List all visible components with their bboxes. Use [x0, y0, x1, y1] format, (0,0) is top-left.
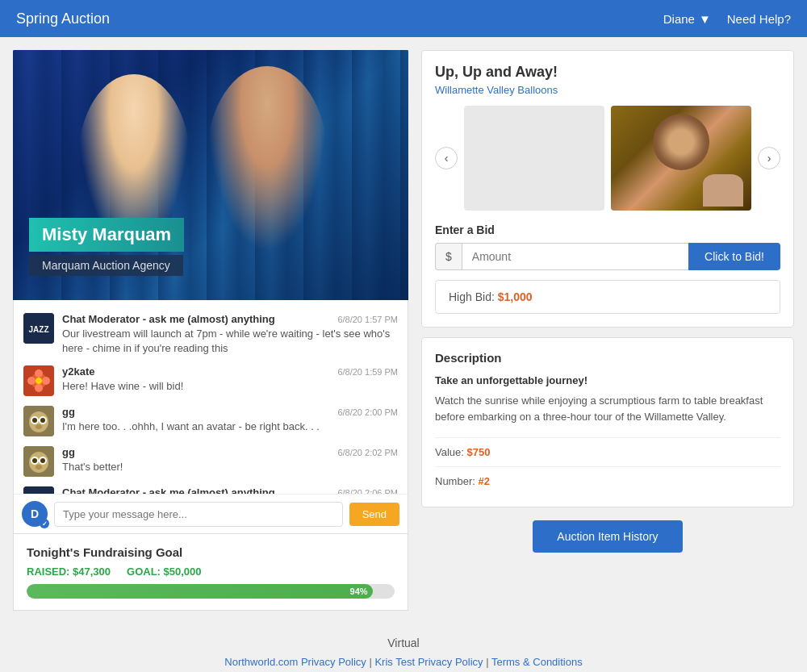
description-tagline: Take an unforgettable journey! [435, 374, 780, 386]
item-title: Up, Up and Away! [435, 64, 780, 81]
description-text: Watch the sunrise while enjoying a scrum… [435, 393, 780, 424]
high-bid-amount: $1,000 [498, 290, 533, 303]
chat-header-row-1: Chat Moderator - ask me (almost) anythin… [62, 313, 398, 325]
chat-message-3: gg 6/8/20 2:00 PM I'm here too. . .ohhh,… [14, 401, 408, 441]
current-user-avatar: D ✓ [22, 501, 48, 527]
item-subtitle[interactable]: Willamette Valley Balloons [435, 84, 780, 96]
carousel-next-button[interactable]: › [758, 147, 780, 169]
bid-amount-input[interactable] [462, 243, 688, 270]
current-user-initial: D [31, 507, 39, 520]
value-label: Value: [435, 446, 464, 458]
number-meta: Number: #2 [435, 475, 780, 487]
progress-percent: 94% [350, 586, 368, 596]
svg-point-14 [40, 418, 45, 423]
chat-text-1: Our livestream will launch at 7pm - whil… [62, 327, 398, 356]
bid-label: Enter a Bid [435, 223, 780, 236]
chat-messages: JAZZ Chat Moderator - ask me (almost) an… [14, 300, 408, 494]
chat-message-2: y2kate 6/8/20 1:59 PM Here! Have wine - … [14, 361, 408, 401]
host-agency: Marquam Auction Agency [29, 255, 183, 276]
avatar-y2kate [23, 365, 54, 396]
privacy-link[interactable]: Northworld.com Privacy Policy [224, 656, 366, 668]
chat-message-1: JAZZ Chat Moderator - ask me (almost) an… [14, 308, 408, 361]
footer-separator-2: | [486, 656, 491, 668]
auction-history-button[interactable]: Auction Item History [533, 520, 682, 553]
carousel-prev-button[interactable]: ‹ [435, 147, 458, 169]
chat-body-3: gg 6/8/20 2:00 PM I'm here too. . .ohhh,… [62, 406, 398, 434]
description-card: Description Take an unforgettable journe… [421, 337, 794, 507]
help-link[interactable]: Need Help? [727, 12, 791, 26]
chat-header-row-5: Chat Moderator - ask me (almost) anythin… [62, 486, 398, 494]
chat-time-4: 6/8/20 2:02 PM [337, 448, 398, 457]
terms-link[interactable]: Terms & Conditions [491, 656, 583, 668]
header: Spring Auction Diane ▼ Need Help? [0, 0, 807, 37]
number-value: #2 [478, 475, 489, 487]
avatar-gg-2 [23, 446, 54, 477]
coffee-hand [703, 174, 743, 207]
chat-body-4: gg 6/8/20 2:02 PM That's better! [62, 446, 398, 474]
chat-time-2: 6/8/20 1:59 PM [337, 367, 398, 377]
svg-point-22 [36, 465, 42, 470]
item-card: Up, Up and Away! Willamette Valley Ballo… [421, 50, 794, 328]
svg-point-15 [36, 424, 42, 429]
send-button[interactable]: Send [349, 503, 399, 526]
carousel-image-1 [464, 106, 604, 211]
svg-point-21 [40, 458, 45, 463]
value-amount: $750 [467, 446, 491, 458]
description-heading: Description [435, 351, 780, 365]
chat-text-2: Here! Have wine - will bid! [62, 379, 398, 394]
chat-text-4: That's better! [62, 460, 398, 474]
footer: Virtual Northworld.com Privacy Policy | … [0, 624, 807, 672]
bid-section: Enter a Bid $ Click to Bid! [435, 223, 780, 270]
chat-time-3: 6/8/20 2:00 PM [337, 407, 398, 417]
avatar-moderator-1: JAZZ [23, 313, 54, 344]
chat-message-5: JAZZ Chat Moderator - ask me (almost) an… [14, 482, 408, 494]
svg-point-13 [32, 418, 37, 423]
chat-input[interactable] [54, 502, 343, 527]
progress-bar-fill: 94% [27, 584, 373, 599]
svg-rect-23 [23, 486, 54, 494]
svg-point-6 [35, 384, 43, 392]
bid-button[interactable]: Click to Bid! [688, 243, 780, 270]
kris-privacy-link[interactable]: Kris Test Privacy Policy [374, 656, 483, 668]
video-player: Misty Marquam Marquam Auction Agency [13, 50, 408, 300]
user-menu[interactable]: Diane ▼ [663, 12, 711, 26]
chat-area: JAZZ Chat Moderator - ask me (almost) an… [13, 300, 408, 534]
svg-point-20 [32, 458, 37, 463]
carousel-images [464, 106, 751, 211]
svg-point-5 [42, 377, 50, 385]
chat-input-row: D ✓ Send [14, 494, 408, 533]
fundraising-box: Tonight's Fundraising Goal RAISED: $47,3… [13, 534, 408, 611]
user-dropdown-icon: ▼ [699, 12, 711, 26]
verified-icon: ✓ [40, 519, 49, 528]
svg-point-7 [27, 377, 36, 385]
right-column: Up, Up and Away! Willamette Valley Ballo… [421, 50, 794, 611]
dollar-sign: $ [435, 243, 462, 270]
main-content: Misty Marquam Marquam Auction Agency JAZ… [0, 37, 807, 624]
chat-time-5: 6/8/20 2:06 PM [337, 488, 398, 494]
left-column: Misty Marquam Marquam Auction Agency JAZ… [13, 50, 408, 611]
footer-virtual: Virtual [13, 637, 794, 649]
chat-time-1: 6/8/20 1:57 PM [337, 315, 398, 324]
raised-amount: RAISED: $47,300 [27, 566, 111, 578]
chat-header-row-4: gg 6/8/20 2:02 PM [62, 446, 398, 458]
fundraising-amounts: RAISED: $47,300 GOAL: $50,000 [27, 566, 395, 578]
chat-body-1: Chat Moderator - ask me (almost) anythin… [62, 313, 398, 356]
goal-amount: GOAL: $50,000 [127, 566, 202, 578]
value-meta: Value: $750 [435, 446, 780, 458]
coffee-latte-art [653, 114, 709, 170]
high-bid-label: High Bid: [449, 290, 495, 303]
header-title: Spring Auction [16, 10, 110, 27]
header-right: Diane ▼ Need Help? [663, 12, 791, 26]
chat-username-3: gg [62, 406, 75, 418]
svg-text:JAZZ: JAZZ [29, 325, 49, 334]
image-carousel: ‹ › [435, 106, 780, 211]
chat-header-row-3: gg 6/8/20 2:00 PM [62, 406, 398, 418]
user-name: Diane [663, 12, 695, 26]
carousel-image-2 [611, 106, 751, 211]
host-name: Misty Marquam [29, 218, 184, 252]
desc-divider-1 [435, 437, 780, 438]
chat-message-4: gg 6/8/20 2:02 PM That's better! [14, 441, 408, 482]
chat-username-2: y2kate [62, 365, 94, 378]
bid-input-row: $ Click to Bid! [435, 243, 780, 270]
high-bid-box: High Bid: $1,000 [435, 280, 780, 314]
